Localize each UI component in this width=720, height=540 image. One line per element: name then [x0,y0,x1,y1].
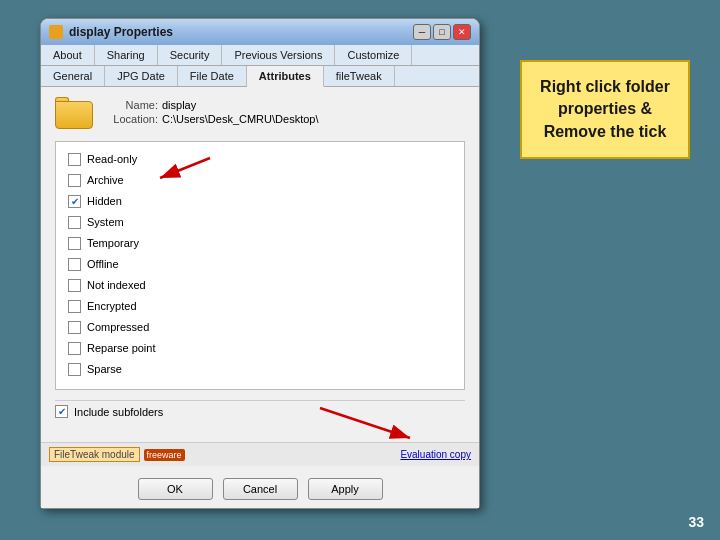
checkbox-temporary[interactable] [68,237,81,250]
label-hidden: Hidden [87,195,122,207]
label-archive: Archive [87,174,124,186]
checkbox-system[interactable] [68,216,81,229]
checkbox-row-hidden: ✔ Hidden [68,192,452,210]
cancel-button[interactable]: Cancel [223,478,298,500]
checkbox-row-system: System [68,213,452,231]
module-info: FileTweak module freeware [49,447,185,462]
app-icon [49,25,63,39]
tab-row-2: General JPG Date File Date Attributes fi… [41,66,479,87]
tab-sharing[interactable]: Sharing [95,45,158,65]
checkbox-hidden[interactable]: ✔ [68,195,81,208]
label-sparse: Sparse [87,363,122,375]
minimize-button[interactable]: ─ [413,24,431,40]
checkbox-row-offline: Offline [68,255,452,273]
title-bar-left: display Properties [49,25,173,39]
maximize-button[interactable]: □ [433,24,451,40]
page-number: 33 [688,514,704,530]
label-compressed: Compressed [87,321,149,333]
location-label: Location: [103,113,158,125]
folder-body-shape [55,101,93,129]
checkbox-notindexed[interactable] [68,279,81,292]
label-reparse: Reparse point [87,342,156,354]
checkbox-sparse[interactable] [68,363,81,376]
checkbox-row-compressed: Compressed [68,318,452,336]
checkbox-row-sparse: Sparse [68,360,452,378]
label-offline: Offline [87,258,119,270]
checkbox-encrypted[interactable] [68,300,81,313]
tab-file-date[interactable]: File Date [178,66,247,86]
tab-previous-versions[interactable]: Previous Versions [222,45,335,65]
location-value: C:\Users\Desk_CMRU\Desktop\ [162,113,318,125]
title-bar: display Properties ─ □ ✕ [41,19,479,45]
tab-attributes[interactable]: Attributes [247,66,324,87]
checkbox-include-subfolders[interactable]: ✔ [55,405,68,418]
label-system: System [87,216,124,228]
checkbox-archive[interactable] [68,174,81,187]
dialog-title: display Properties [69,25,173,39]
folder-icon [55,97,93,129]
dialog-buttons: OK Cancel Apply [41,472,479,508]
name-row: Name: display [103,99,318,111]
module-label: FileTweak module [49,447,140,462]
checkbox-readonly[interactable] [68,153,81,166]
tab-about[interactable]: About [41,45,95,65]
tab-jpg-date[interactable]: JPG Date [105,66,178,86]
tab-general[interactable]: General [41,66,105,86]
checkbox-row-temporary: Temporary [68,234,452,252]
label-notindexed: Not indexed [87,279,146,291]
checkbox-reparse[interactable] [68,342,81,355]
checkbox-row-notindexed: Not indexed [68,276,452,294]
label-encrypted: Encrypted [87,300,137,312]
location-row: Location: C:\Users\Desk_CMRU\Desktop\ [103,113,318,125]
callout-text: Right click folder properties & Remove t… [540,78,670,140]
folder-info: Name: display Location: C:\Users\Desk_CM… [55,97,465,129]
checkbox-row-encrypted: Encrypted [68,297,452,315]
checkbox-offline[interactable] [68,258,81,271]
attributes-section: Read-only Archive ✔ Hidden System Tempor… [55,141,465,390]
ok-button[interactable]: OK [138,478,213,500]
label-include-subfolders: Include subfolders [74,406,163,418]
checkbox-row-archive: Archive [68,171,452,189]
title-controls: ─ □ ✕ [413,24,471,40]
name-value: display [162,99,196,111]
arrow-to-apply [310,398,430,448]
label-temporary: Temporary [87,237,139,249]
tab-security[interactable]: Security [158,45,223,65]
tab-filetweak[interactable]: fileTweak [324,66,395,86]
tab-customize[interactable]: Customize [335,45,412,65]
badge-freeware: freeware [144,449,185,461]
checkbox-row-reparse: Reparse point [68,339,452,357]
info-fields: Name: display Location: C:\Users\Desk_CM… [103,99,318,127]
checkbox-row-readonly: Read-only [68,150,452,168]
eval-link[interactable]: Evaluation copy [400,449,471,460]
checkbox-compressed[interactable] [68,321,81,334]
close-button[interactable]: ✕ [453,24,471,40]
arrow-to-hidden [130,148,220,188]
apply-button[interactable]: Apply [308,478,383,500]
tab-row-1: About Sharing Security Previous Versions… [41,45,479,66]
callout-box: Right click folder properties & Remove t… [520,60,690,159]
name-label: Name: [103,99,158,111]
dialog-content: Name: display Location: C:\Users\Desk_CM… [41,87,479,442]
